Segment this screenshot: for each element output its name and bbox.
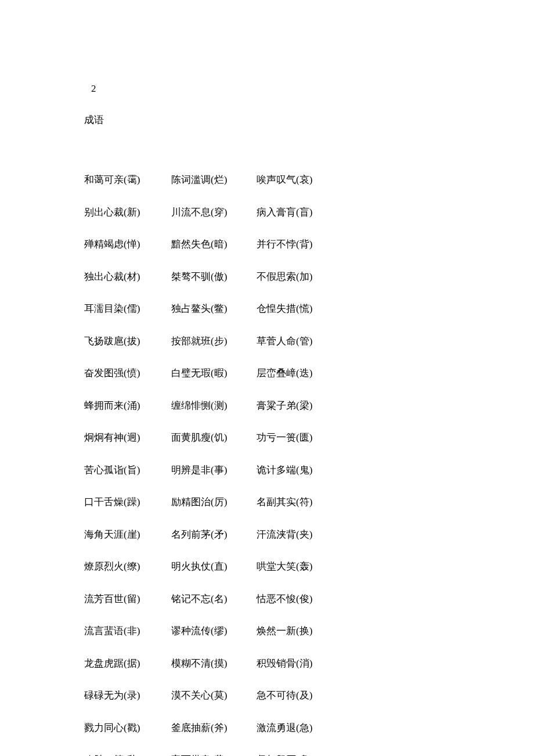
idiom-cell: 缠绵悱恻(测) [171, 398, 257, 413]
idiom-cell: 富丽堂皇(黄) [171, 753, 257, 756]
idiom-cell: 蜂拥而来(涌) [84, 398, 171, 413]
idiom-cell: 铭记不忘(名) [171, 592, 257, 607]
idiom-cell: 炯炯有神(迥) [84, 430, 171, 445]
idiom-cell: 略胜一筹(愁) [84, 753, 171, 756]
idiom-cell: 名副其实(符) [257, 495, 344, 510]
idiom-row: 蜂拥而来(涌)缠绵悱恻(测)膏粱子弟(梁) [84, 398, 450, 413]
idiom-row: 和蔼可亲(霭)陈词滥调(烂)唉声叹气(哀) [84, 172, 450, 188]
idiom-cell: 励精图治(厉) [171, 495, 257, 510]
idiom-cell: 怙恶不悛(俊) [257, 592, 344, 607]
idiom-cell: 激流勇退(急) [257, 721, 344, 736]
idiom-cell: 按部就班(步) [171, 334, 257, 349]
idiom-row: 海角天涯(崖)名列前茅(矛)汗流浃背(夹) [84, 527, 450, 542]
idiom-cell: 并行不悖(背) [257, 237, 344, 252]
idiom-cell: 膏粱子弟(梁) [257, 398, 344, 413]
idiom-cell: 漠不关心(莫) [171, 688, 257, 703]
idiom-cell: 哄堂大笑(轰) [257, 559, 344, 574]
idiom-cell: 模糊不清(摸) [171, 656, 257, 671]
idiom-cell: 坚如磐石(盘) [257, 753, 344, 756]
idiom-cell: 诡计多端(鬼) [257, 463, 344, 478]
idiom-row: 龙盘虎踞(据)模糊不清(摸)积毁销骨(消) [84, 656, 450, 671]
idiom-row: 碌碌无为(录)漠不关心(莫)急不可待(及) [84, 688, 450, 703]
idiom-cell: 口干舌燥(躁) [84, 495, 171, 510]
idiom-cell: 海角天涯(崖) [84, 527, 171, 542]
idiom-row: 炯炯有神(迥)面黄肌瘦(饥)功亏一篑(匮) [84, 430, 450, 445]
idiom-cell: 功亏一篑(匮) [257, 430, 344, 445]
idiom-cell: 殚精竭虑(惮) [84, 237, 171, 252]
section-title: 成语 [84, 113, 450, 128]
idiom-row: 略胜一筹(愁)富丽堂皇(黄)坚如磐石(盘) [84, 753, 450, 756]
idiom-row: 燎原烈火(缭)明火执仗(直)哄堂大笑(轰) [84, 559, 450, 574]
idiom-row: 别出心裁(新)川流不息(穿)病入膏肓(盲) [84, 205, 450, 220]
idiom-cell: 川流不息(穿) [171, 205, 257, 220]
idiom-cell: 层峦叠嶂(迭) [257, 366, 344, 381]
idiom-cell: 流言蜚语(非) [84, 624, 171, 639]
idiom-row: 流芳百世(留)铭记不忘(名)怙恶不悛(俊) [84, 592, 450, 607]
idiom-cell: 病入膏肓(盲) [257, 205, 344, 220]
idiom-cell: 明火执仗(直) [171, 559, 257, 574]
idiom-cell: 龙盘虎踞(据) [84, 656, 171, 671]
idiom-cell: 奋发图强(愤) [84, 366, 171, 381]
idiom-cell: 汗流浃背(夹) [257, 527, 344, 542]
idiom-cell: 耳濡目染(儒) [84, 301, 171, 316]
idiom-cell: 独出心裁(材) [84, 269, 171, 285]
idiom-cell: 积毁销骨(消) [257, 656, 344, 671]
idiom-cell: 桀骜不驯(傲) [171, 269, 257, 285]
idiom-row: 独出心裁(材)桀骜不驯(傲)不假思索(加) [84, 269, 450, 285]
idiom-cell: 黯然失色(暗) [171, 237, 257, 252]
idiom-cell: 唉声叹气(哀) [257, 172, 344, 188]
idiom-row: 飞扬跋扈(拔)按部就班(步)草菅人命(管) [84, 334, 450, 349]
idiom-cell: 不假思索(加) [257, 269, 344, 285]
idiom-cell: 陈词滥调(烂) [171, 172, 257, 188]
idiom-cell: 明辨是非(事) [171, 463, 257, 478]
idiom-cell: 釜底抽薪(斧) [171, 721, 257, 736]
idiom-cell: 独占鳌头(鳖) [171, 301, 257, 316]
idiom-row: 奋发图强(愤)白璧无瑕(暇)层峦叠嶂(迭) [84, 366, 450, 381]
idiom-row: 口干舌燥(躁)励精图治(厉)名副其实(符) [84, 495, 450, 510]
idiom-cell: 和蔼可亲(霭) [84, 172, 171, 188]
idiom-cell: 仓惶失措(慌) [257, 301, 344, 316]
idiom-cell: 急不可待(及) [257, 688, 344, 703]
idiom-cell: 流芳百世(留) [84, 592, 171, 607]
idiom-row: 戮力同心(戳)釜底抽薪(斧)激流勇退(急) [84, 721, 450, 736]
idiom-row: 耳濡目染(儒)独占鳌头(鳖)仓惶失措(慌) [84, 301, 450, 316]
idiom-cell: 焕然一新(换) [257, 624, 344, 639]
idiom-cell: 草菅人命(管) [257, 334, 344, 349]
idiom-cell: 飞扬跋扈(拔) [84, 334, 171, 349]
idiom-cell: 戮力同心(戳) [84, 721, 171, 736]
idiom-cell: 苦心孤诣(旨) [84, 463, 171, 478]
idiom-cell: 名列前茅(矛) [171, 527, 257, 542]
idiom-cell: 谬种流传(缪) [171, 624, 257, 639]
idiom-cell: 白璧无瑕(暇) [171, 366, 257, 381]
idiom-row: 殚精竭虑(惮)黯然失色(暗)并行不悖(背) [84, 237, 450, 252]
idiom-cell: 碌碌无为(录) [84, 688, 171, 703]
idiom-row: 苦心孤诣(旨)明辨是非(事)诡计多端(鬼) [84, 463, 450, 478]
idiom-cell: 燎原烈火(缭) [84, 559, 171, 574]
idiom-cell: 面黄肌瘦(饥) [171, 430, 257, 445]
idiom-row: 流言蜚语(非)谬种流传(缪)焕然一新(换) [84, 624, 450, 639]
idiom-table: 和蔼可亲(霭)陈词滥调(烂)唉声叹气(哀)别出心裁(新)川流不息(穿)病入膏肓(… [84, 172, 450, 756]
page-number: 2 [91, 81, 450, 96]
idiom-cell: 别出心裁(新) [84, 205, 171, 220]
